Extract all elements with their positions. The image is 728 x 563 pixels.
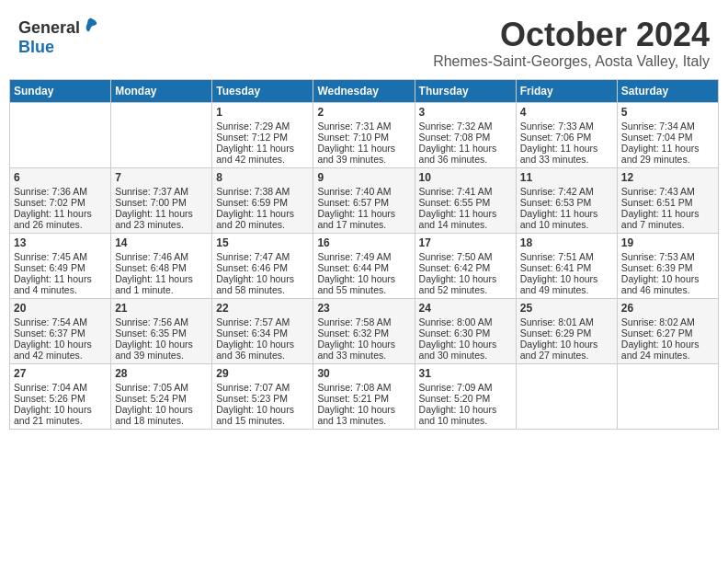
- sunrise-text: Sunrise: 7:05 AM: [115, 382, 188, 393]
- daylight-text: Daylight: 10 hours and 49 minutes.: [520, 273, 598, 295]
- daylight-text: Daylight: 11 hours and 20 minutes.: [216, 208, 294, 230]
- sunset-text: Sunset: 7:08 PM: [419, 132, 491, 143]
- day-number: 21: [115, 302, 208, 315]
- sunrise-text: Sunrise: 7:50 AM: [419, 251, 493, 262]
- sunrise-text: Sunrise: 7:31 AM: [317, 121, 391, 132]
- col-saturday: Saturday: [617, 79, 718, 102]
- page-header: General Blue October 2024 Rhemes-Saint-G…: [9, 9, 719, 74]
- sunset-text: Sunset: 6:53 PM: [520, 197, 592, 208]
- day-number: 1: [216, 106, 309, 119]
- sunset-text: Sunset: 5:20 PM: [419, 393, 491, 404]
- day-number: 6: [14, 171, 107, 184]
- daylight-text: Daylight: 11 hours and 17 minutes.: [317, 208, 395, 230]
- col-friday: Friday: [516, 79, 617, 102]
- sunset-text: Sunset: 6:30 PM: [419, 327, 491, 339]
- cell-w3-d3: 15Sunrise: 7:47 AMSunset: 6:46 PMDayligh…: [212, 233, 313, 298]
- logo-text-general: General: [18, 18, 80, 37]
- sunrise-text: Sunrise: 7:08 AM: [317, 382, 391, 393]
- sunset-text: Sunset: 6:51 PM: [621, 197, 693, 208]
- cell-w2-d7: 12Sunrise: 7:43 AMSunset: 6:51 PMDayligh…: [617, 167, 718, 233]
- sunrise-text: Sunrise: 7:42 AM: [520, 186, 594, 197]
- sunrise-text: Sunrise: 7:57 AM: [216, 316, 290, 327]
- sunrise-text: Sunrise: 7:09 AM: [419, 382, 493, 393]
- day-number: 8: [216, 171, 309, 184]
- cell-w1-d5: 3Sunrise: 7:32 AMSunset: 7:08 PMDaylight…: [415, 102, 516, 167]
- daylight-text: Daylight: 10 hours and 52 minutes.: [419, 273, 497, 295]
- sunset-text: Sunset: 6:41 PM: [520, 262, 592, 273]
- day-number: 27: [14, 367, 107, 380]
- day-number: 29: [216, 367, 309, 380]
- col-sunday: Sunday: [10, 79, 111, 102]
- daylight-text: Daylight: 10 hours and 13 minutes.: [317, 404, 395, 426]
- daylight-text: Daylight: 11 hours and 1 minute.: [115, 273, 193, 295]
- sunset-text: Sunset: 6:35 PM: [115, 327, 187, 339]
- calendar-table: Sunday Monday Tuesday Wednesday Thursday…: [9, 79, 719, 430]
- daylight-text: Daylight: 11 hours and 10 minutes.: [520, 208, 598, 230]
- cell-w2-d1: 6Sunrise: 7:36 AMSunset: 7:02 PMDaylight…: [10, 167, 111, 233]
- week-row-4: 20Sunrise: 7:54 AMSunset: 6:37 PMDayligh…: [10, 298, 719, 363]
- cell-w4-d2: 21Sunrise: 7:56 AMSunset: 6:35 PMDayligh…: [111, 298, 212, 363]
- cell-w1-d6: 4Sunrise: 7:33 AMSunset: 7:06 PMDaylight…: [516, 102, 617, 167]
- daylight-text: Daylight: 10 hours and 55 minutes.: [317, 273, 395, 295]
- daylight-text: Daylight: 10 hours and 33 minutes.: [317, 339, 395, 361]
- day-number: 20: [14, 302, 107, 315]
- daylight-text: Daylight: 10 hours and 42 minutes.: [14, 339, 92, 361]
- sunrise-text: Sunrise: 7:47 AM: [216, 251, 290, 262]
- cell-w5-d1: 27Sunrise: 7:04 AMSunset: 5:26 PMDayligh…: [10, 363, 111, 429]
- week-row-1: 1Sunrise: 7:29 AMSunset: 7:12 PMDaylight…: [10, 102, 719, 167]
- sunset-text: Sunset: 6:44 PM: [317, 262, 389, 273]
- day-number: 10: [419, 171, 512, 184]
- week-row-3: 13Sunrise: 7:45 AMSunset: 6:49 PMDayligh…: [10, 233, 719, 298]
- day-number: 23: [317, 302, 410, 315]
- daylight-text: Daylight: 11 hours and 42 minutes.: [216, 143, 294, 165]
- sunset-text: Sunset: 7:00 PM: [115, 197, 187, 208]
- sunrise-text: Sunrise: 8:02 AM: [621, 316, 695, 327]
- day-number: 31: [419, 367, 512, 380]
- sunrise-text: Sunrise: 8:00 AM: [419, 316, 493, 327]
- sunrise-text: Sunrise: 7:56 AM: [115, 316, 188, 327]
- cell-w1-d4: 2Sunrise: 7:31 AMSunset: 7:10 PMDaylight…: [313, 102, 415, 167]
- sunset-text: Sunset: 7:10 PM: [317, 132, 389, 143]
- sunrise-text: Sunrise: 8:01 AM: [520, 316, 594, 327]
- cell-w1-d1: [10, 102, 111, 167]
- day-number: 5: [621, 106, 714, 119]
- sunset-text: Sunset: 5:24 PM: [115, 393, 187, 404]
- cell-w2-d2: 7Sunrise: 7:37 AMSunset: 7:00 PMDaylight…: [111, 167, 212, 233]
- sunrise-text: Sunrise: 7:33 AM: [520, 121, 594, 132]
- daylight-text: Daylight: 11 hours and 29 minutes.: [621, 143, 700, 165]
- sunset-text: Sunset: 6:48 PM: [115, 262, 187, 273]
- col-tuesday: Tuesday: [212, 79, 313, 102]
- day-number: 12: [621, 171, 714, 184]
- day-number: 9: [317, 171, 410, 184]
- cell-w3-d1: 13Sunrise: 7:45 AMSunset: 6:49 PMDayligh…: [10, 233, 111, 298]
- cell-w5-d6: [516, 363, 617, 429]
- daylight-text: Daylight: 10 hours and 39 minutes.: [115, 339, 193, 361]
- sunrise-text: Sunrise: 7:38 AM: [216, 186, 290, 197]
- sunset-text: Sunset: 6:39 PM: [621, 262, 693, 273]
- cell-w2-d6: 11Sunrise: 7:42 AMSunset: 6:53 PMDayligh…: [516, 167, 617, 233]
- sunrise-text: Sunrise: 7:36 AM: [14, 186, 87, 197]
- cell-w5-d3: 29Sunrise: 7:07 AMSunset: 5:23 PMDayligh…: [212, 363, 313, 429]
- sunrise-text: Sunrise: 7:29 AM: [216, 121, 290, 132]
- sunset-text: Sunset: 6:29 PM: [520, 327, 592, 339]
- day-number: 26: [621, 302, 714, 315]
- day-number: 17: [419, 236, 512, 249]
- day-number: 15: [216, 236, 309, 249]
- daylight-text: Daylight: 10 hours and 10 minutes.: [419, 404, 497, 426]
- sunset-text: Sunset: 5:23 PM: [216, 393, 288, 404]
- day-number: 13: [14, 236, 107, 249]
- sunset-text: Sunset: 7:02 PM: [14, 197, 85, 208]
- daylight-text: Daylight: 11 hours and 23 minutes.: [115, 208, 193, 230]
- daylight-text: Daylight: 11 hours and 39 minutes.: [317, 143, 395, 165]
- sunrise-text: Sunrise: 7:54 AM: [14, 316, 87, 327]
- daylight-text: Daylight: 11 hours and 4 minutes.: [14, 273, 92, 295]
- sunset-text: Sunset: 6:42 PM: [419, 262, 491, 273]
- day-number: 7: [115, 171, 208, 184]
- cell-w4-d6: 25Sunrise: 8:01 AMSunset: 6:29 PMDayligh…: [516, 298, 617, 363]
- cell-w1-d7: 5Sunrise: 7:34 AMSunset: 7:04 PMDaylight…: [617, 102, 718, 167]
- cell-w5-d2: 28Sunrise: 7:05 AMSunset: 5:24 PMDayligh…: [111, 363, 212, 429]
- location-title: Rhemes-Saint-Georges, Aosta Valley, Ital…: [433, 53, 710, 70]
- cell-w1-d2: [111, 102, 212, 167]
- daylight-text: Daylight: 10 hours and 36 minutes.: [216, 339, 294, 361]
- cell-w4-d7: 26Sunrise: 8:02 AMSunset: 6:27 PMDayligh…: [617, 298, 718, 363]
